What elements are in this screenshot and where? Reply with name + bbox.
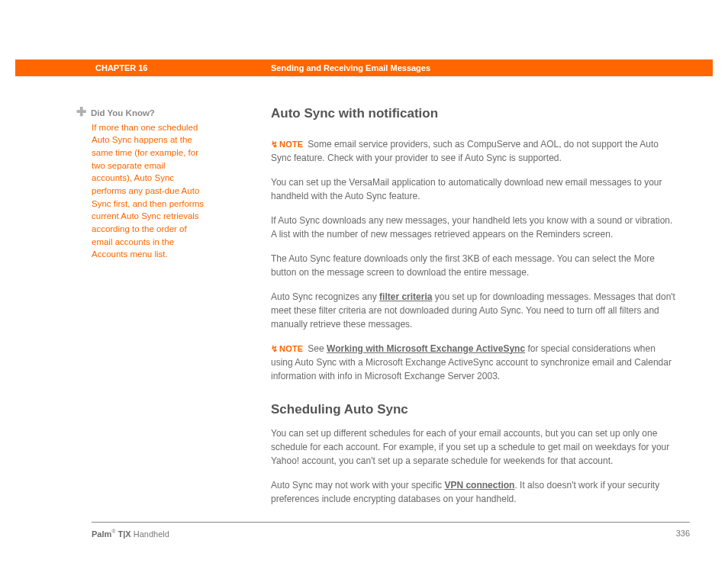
paragraph-vpn: Auto Sync may not work with your specifi… xyxy=(271,478,679,506)
note-icon: ↯ xyxy=(271,138,278,151)
text-before-vpn-link: Auto Sync may not work with your specifi… xyxy=(271,480,444,491)
section-heading-scheduling-auto-sync: Scheduling Auto Sync xyxy=(271,400,679,420)
note-2-before-link: See xyxy=(308,343,327,354)
footer-brand: Palm® T|X Handheld xyxy=(92,529,169,539)
text-before-filter-link: Auto Sync recognizes any xyxy=(271,291,379,302)
page-number: 336 xyxy=(676,529,690,539)
note-icon: ↯ xyxy=(271,343,278,355)
did-you-know-title: Did You Know? xyxy=(91,107,155,120)
paragraph-filter-criteria: Auto Sync recognizes any filter criteria… xyxy=(271,290,679,331)
main-content: Auto Sync with notification ↯NOTESome em… xyxy=(271,104,679,516)
paragraph-setup: You can set up the VersaMail application… xyxy=(271,175,679,203)
chapter-title: Sending and Receiving Email Messages xyxy=(271,63,430,72)
footer-brand-name: Palm xyxy=(92,529,111,539)
vpn-connection-link[interactable]: VPN connection xyxy=(444,480,514,491)
note-paragraph-2: ↯NOTESee Working with Microsoft Exchange… xyxy=(271,342,679,383)
note-1-text: Some email service providers, such as Co… xyxy=(271,139,659,163)
activesync-link[interactable]: Working with Microsoft Exchange ActiveSy… xyxy=(327,343,525,354)
section-heading-auto-sync-notification: Auto Sync with notification xyxy=(271,104,679,124)
did-you-know-sidebar: ✚ Did You Know? If more than one schedul… xyxy=(76,107,206,261)
filter-criteria-link[interactable]: filter criteria xyxy=(379,291,432,302)
footer-model: T|X xyxy=(115,529,133,539)
did-you-know-header: ✚ Did You Know? xyxy=(76,107,206,120)
footer-rule xyxy=(92,522,690,523)
footer-tail: Handheld xyxy=(134,529,169,539)
document-page: CHAPTER 16 Sending and Receiving Email M… xyxy=(0,0,728,563)
page-footer: Palm® T|X Handheld 336 xyxy=(92,529,690,539)
note-label: NOTE xyxy=(279,140,303,149)
paragraph-schedules: You can set up different schedules for e… xyxy=(271,426,679,468)
note-paragraph-1: ↯NOTESome email service providers, such … xyxy=(271,137,679,165)
note-label: NOTE xyxy=(279,344,303,353)
paragraph-download-alert: If Auto Sync downloads any new messages,… xyxy=(271,214,679,241)
plus-icon: ✚ xyxy=(76,106,86,118)
chapter-header-bar: CHAPTER 16 Sending and Receiving Email M… xyxy=(15,60,713,76)
paragraph-3kb: The Auto Sync feature downloads only the… xyxy=(271,252,679,279)
chapter-number: CHAPTER 16 xyxy=(95,63,147,72)
did-you-know-body: If more than one scheduled Auto Sync hap… xyxy=(92,121,206,261)
